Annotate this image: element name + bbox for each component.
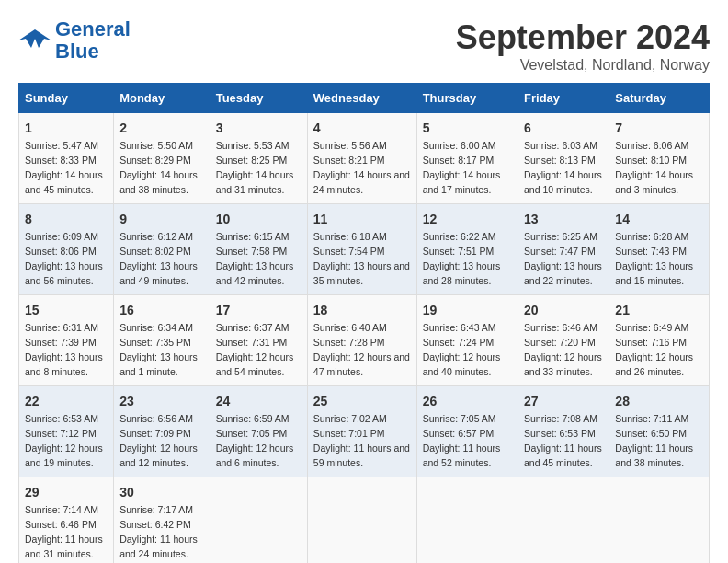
table-cell: 9 Sunrise: 6:12 AM Sunset: 8:02 PM Dayli… [114, 204, 210, 295]
svg-marker-0 [18, 29, 51, 48]
daylight-text: Daylight: 11 hours and 52 minutes. [423, 442, 501, 468]
daylight-text: Daylight: 13 hours and 49 minutes. [119, 260, 198, 286]
sunrise-text: Sunrise: 6:22 AM [423, 231, 496, 242]
daylight-text: Daylight: 12 hours and 12 minutes. [119, 442, 198, 468]
day-number: 1 [25, 119, 108, 137]
table-cell: 14 Sunrise: 6:28 AM Sunset: 7:43 PM Dayl… [609, 204, 710, 295]
calendar-table: Sunday Monday Tuesday Wednesday Thursday… [18, 83, 710, 563]
daylight-text: Daylight: 13 hours and 22 minutes. [524, 260, 602, 286]
table-cell: 3 Sunrise: 5:53 AM Sunset: 8:25 PM Dayli… [210, 113, 307, 204]
daylight-text: Daylight: 11 hours and 31 minutes. [25, 534, 103, 559]
table-cell: 5 Sunrise: 6:00 AM Sunset: 8:17 PM Dayli… [416, 113, 518, 204]
sunset-text: Sunset: 7:51 PM [423, 246, 495, 257]
sunset-text: Sunset: 6:50 PM [615, 428, 687, 439]
day-number: 14 [615, 210, 703, 228]
daylight-text: Daylight: 14 hours and 38 minutes. [119, 169, 198, 195]
col-sunday: Sunday [19, 84, 114, 113]
day-number: 10 [216, 210, 301, 228]
calendar-week-row: 29 Sunrise: 7:14 AM Sunset: 6:46 PM Dayl… [19, 477, 710, 563]
sunset-text: Sunset: 8:13 PM [524, 155, 596, 166]
sunrise-text: Sunrise: 6:09 AM [25, 231, 98, 242]
daylight-text: Daylight: 14 hours and 17 minutes. [423, 169, 501, 195]
table-cell: 1 Sunrise: 5:47 AM Sunset: 8:33 PM Dayli… [19, 113, 114, 204]
sunrise-text: Sunrise: 7:17 AM [119, 504, 193, 515]
day-number: 9 [119, 210, 204, 228]
sunset-text: Sunset: 8:17 PM [423, 155, 495, 166]
sunset-text: Sunset: 6:42 PM [119, 519, 191, 530]
col-monday: Monday [114, 84, 210, 113]
table-cell: 11 Sunrise: 6:18 AM Sunset: 7:54 PM Dayl… [307, 204, 416, 295]
sunset-text: Sunset: 7:01 PM [313, 428, 385, 439]
daylight-text: Daylight: 11 hours and 38 minutes. [615, 442, 693, 468]
sunset-text: Sunset: 8:21 PM [313, 155, 385, 166]
day-number: 26 [423, 392, 512, 410]
table-cell: 29 Sunrise: 7:14 AM Sunset: 6:46 PM Dayl… [19, 477, 114, 563]
daylight-text: Daylight: 12 hours and 40 minutes. [423, 351, 501, 377]
sunrise-text: Sunrise: 6:34 AM [119, 322, 193, 333]
day-number: 21 [615, 301, 703, 319]
table-cell: 4 Sunrise: 5:56 AM Sunset: 8:21 PM Dayli… [307, 113, 416, 204]
table-cell [416, 477, 518, 563]
sunrise-text: Sunrise: 6:59 AM [216, 413, 290, 424]
sunset-text: Sunset: 6:57 PM [423, 428, 495, 439]
daylight-text: Daylight: 11 hours and 24 minutes. [119, 534, 198, 559]
table-cell: 8 Sunrise: 6:09 AM Sunset: 8:06 PM Dayli… [19, 204, 114, 295]
table-cell: 26 Sunrise: 7:05 AM Sunset: 6:57 PM Dayl… [416, 386, 518, 477]
sunset-text: Sunset: 7:35 PM [119, 337, 191, 348]
daylight-text: Daylight: 14 hours and 10 minutes. [524, 169, 602, 195]
daylight-text: Daylight: 14 hours and 3 minutes. [615, 169, 693, 195]
sunset-text: Sunset: 7:31 PM [216, 337, 288, 348]
day-number: 28 [615, 392, 703, 410]
daylight-text: Daylight: 12 hours and 19 minutes. [25, 442, 103, 468]
sunrise-text: Sunrise: 7:14 AM [25, 504, 98, 515]
sunset-text: Sunset: 8:06 PM [25, 246, 97, 257]
daylight-text: Daylight: 11 hours and 45 minutes. [524, 442, 602, 468]
day-number: 18 [313, 301, 411, 319]
sunrise-text: Sunrise: 7:08 AM [524, 413, 597, 424]
sunset-text: Sunset: 6:53 PM [524, 428, 596, 439]
day-number: 29 [25, 483, 108, 501]
day-number: 15 [25, 301, 108, 319]
daylight-text: Daylight: 13 hours and 1 minute. [119, 351, 198, 377]
table-cell: 27 Sunrise: 7:08 AM Sunset: 6:53 PM Dayl… [518, 386, 609, 477]
table-cell: 28 Sunrise: 7:11 AM Sunset: 6:50 PM Dayl… [609, 386, 710, 477]
daylight-text: Daylight: 13 hours and 56 minutes. [25, 260, 103, 286]
sunrise-text: Sunrise: 5:47 AM [25, 140, 98, 151]
sunrise-text: Sunrise: 6:40 AM [313, 322, 387, 333]
sunrise-text: Sunrise: 6:25 AM [524, 231, 597, 242]
table-cell: 7 Sunrise: 6:06 AM Sunset: 8:10 PM Dayli… [609, 113, 710, 204]
col-friday: Friday [518, 84, 609, 113]
sunrise-text: Sunrise: 6:15 AM [216, 231, 290, 242]
sunrise-text: Sunrise: 6:37 AM [216, 322, 290, 333]
daylight-text: Daylight: 12 hours and 47 minutes. [313, 351, 410, 377]
sunset-text: Sunset: 8:02 PM [119, 246, 191, 257]
sunset-text: Sunset: 7:05 PM [216, 428, 288, 439]
sunrise-text: Sunrise: 7:11 AM [615, 413, 688, 424]
day-number: 25 [313, 392, 411, 410]
col-thursday: Thursday [416, 84, 518, 113]
sunset-text: Sunset: 7:12 PM [25, 428, 97, 439]
logo: General Blue [18, 18, 131, 63]
title-block: September 2024 Vevelstad, Nordland, Norw… [456, 18, 710, 74]
sunrise-text: Sunrise: 6:00 AM [423, 140, 496, 151]
sunrise-text: Sunrise: 5:50 AM [119, 140, 193, 151]
sunset-text: Sunset: 7:16 PM [615, 337, 687, 348]
table-cell: 24 Sunrise: 6:59 AM Sunset: 7:05 PM Dayl… [210, 386, 307, 477]
daylight-text: Daylight: 12 hours and 6 minutes. [216, 442, 294, 468]
sunrise-text: Sunrise: 6:28 AM [615, 231, 688, 242]
sunrise-text: Sunrise: 6:53 AM [25, 413, 98, 424]
sunrise-text: Sunrise: 5:53 AM [216, 140, 290, 151]
daylight-text: Daylight: 13 hours and 35 minutes. [313, 260, 410, 286]
table-cell [609, 477, 710, 563]
table-cell: 17 Sunrise: 6:37 AM Sunset: 7:31 PM Dayl… [210, 295, 307, 386]
sunset-text: Sunset: 7:43 PM [615, 246, 687, 257]
sunrise-text: Sunrise: 6:06 AM [615, 140, 688, 151]
table-cell: 13 Sunrise: 6:25 AM Sunset: 7:47 PM Dayl… [518, 204, 609, 295]
day-number: 3 [216, 119, 301, 137]
day-number: 2 [119, 119, 204, 137]
table-cell: 22 Sunrise: 6:53 AM Sunset: 7:12 PM Dayl… [19, 386, 114, 477]
table-cell: 2 Sunrise: 5:50 AM Sunset: 8:29 PM Dayli… [114, 113, 210, 204]
sunrise-text: Sunrise: 6:18 AM [313, 231, 387, 242]
sunset-text: Sunset: 8:10 PM [615, 155, 687, 166]
table-cell: 30 Sunrise: 7:17 AM Sunset: 6:42 PM Dayl… [114, 477, 210, 563]
